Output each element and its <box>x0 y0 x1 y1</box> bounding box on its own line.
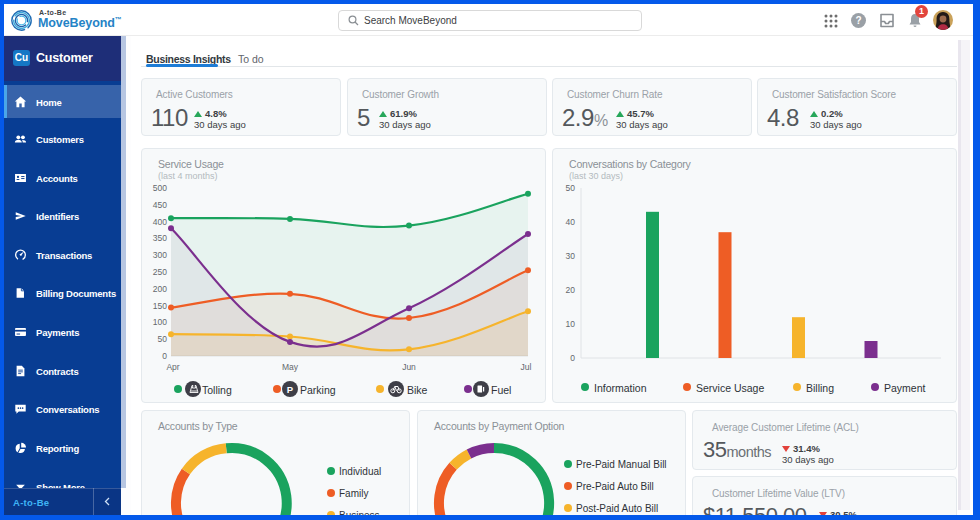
svg-text:400: 400 <box>153 217 167 227</box>
svg-text:Fuel: Fuel <box>491 384 511 396</box>
svg-text:Billing: Billing <box>806 382 834 394</box>
svg-text:30: 30 <box>566 251 576 261</box>
svg-text:Information: Information <box>594 382 647 394</box>
svg-text:40: 40 <box>566 217 576 227</box>
svg-text:Pre-Paid Auto Bill: Pre-Paid Auto Bill <box>576 481 654 492</box>
svg-text:10: 10 <box>566 319 576 329</box>
svg-text:Pre-Paid Manual Bill: Pre-Paid Manual Bill <box>576 459 667 470</box>
svg-text:Payment: Payment <box>884 382 926 394</box>
svg-text:500: 500 <box>153 183 167 193</box>
svg-text:Parking: Parking <box>300 384 336 396</box>
svg-text:Bike: Bike <box>407 384 428 396</box>
svg-text:150: 150 <box>153 301 167 311</box>
svg-text:May: May <box>282 362 299 372</box>
svg-text:350: 350 <box>153 233 167 243</box>
svg-text:250: 250 <box>153 267 167 277</box>
svg-text:Post-Paid Auto Bill: Post-Paid Auto Bill <box>576 503 658 514</box>
svg-text:200: 200 <box>153 284 167 294</box>
svg-text:0: 0 <box>162 351 167 361</box>
svg-text:50: 50 <box>566 183 576 193</box>
svg-text:50: 50 <box>158 334 168 344</box>
svg-text:Family: Family <box>339 488 368 499</box>
svg-text:0: 0 <box>570 353 575 363</box>
svg-text:Individual: Individual <box>339 466 381 477</box>
svg-text:Service Usage: Service Usage <box>696 382 764 394</box>
svg-text:Apr: Apr <box>166 362 179 372</box>
svg-text:P: P <box>287 384 294 395</box>
svg-text:Tolling: Tolling <box>202 384 232 396</box>
svg-text:100: 100 <box>153 317 167 327</box>
svg-text:20: 20 <box>566 285 576 295</box>
svg-text:Jul: Jul <box>521 362 532 372</box>
svg-text:450: 450 <box>153 200 167 210</box>
svg-text:Jun: Jun <box>402 362 416 372</box>
svg-text:300: 300 <box>153 250 167 260</box>
